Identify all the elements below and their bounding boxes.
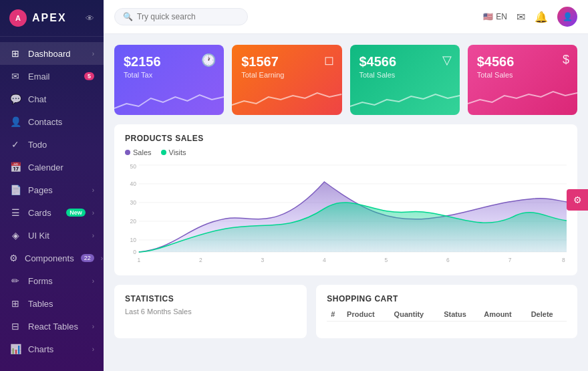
dollar-icon: $	[563, 53, 569, 67]
forms-arrow: ›	[92, 277, 94, 285]
cart-table-header: # Product Quantity Status Amount Delete	[327, 307, 567, 322]
stats-cards: $2156 Total Tax 🕐 $1567 Total Earning ◻ …	[114, 45, 577, 115]
header-right: 🇺🇸 EN ✉ 🔔 👤	[483, 7, 577, 27]
products-sales-chart: PRODUCTS SALES Sales Visits ⚙	[114, 124, 577, 275]
col-status: Status	[440, 307, 480, 322]
pages-icon: 📄	[9, 184, 21, 195]
sidebar-item-dashboard[interactable]: ⊞Dashboard›	[0, 42, 104, 65]
sidebar-item-forms[interactable]: ✏Forms›	[0, 269, 104, 292]
stat-card-total-earning: $1567 Total Earning ◻	[232, 45, 341, 115]
stat-label-1: Total Tax	[124, 71, 214, 79]
sidebar-item-pages[interactable]: 📄Pages›	[0, 178, 104, 201]
react-tables-icon: ⊟	[9, 321, 21, 332]
cards-label: Cards	[28, 208, 59, 218]
cards-icon: ☰	[9, 207, 21, 218]
svg-text:7: 7	[508, 257, 512, 263]
sidebar-item-react-tables[interactable]: ⊟React Tables›	[0, 315, 104, 338]
eye-icon[interactable]: 👁	[86, 13, 94, 23]
dashboard-arrow: ›	[92, 50, 94, 57]
sidebar: A APEX 👁 ⊞Dashboard›✉Email5💬Chat👤Contact…	[0, 0, 104, 371]
react-tables-label: React Tables	[28, 322, 86, 332]
search-box[interactable]: 🔍	[114, 8, 248, 25]
logo-icon: A	[9, 9, 27, 27]
calendar-label: Calender	[28, 162, 94, 172]
uikit-icon: ◈	[9, 230, 21, 241]
lang-selector[interactable]: 🇺🇸 EN	[483, 12, 507, 21]
col-product: Product	[343, 307, 390, 322]
stat-label-3: Total Sales	[359, 71, 450, 79]
statistics-subtitle: Last 6 Months Sales	[125, 307, 296, 316]
forms-label: Forms	[28, 276, 86, 286]
sidebar-item-calendar[interactable]: 📅Calender	[0, 156, 104, 178]
stat-amount-3: $4566	[359, 54, 450, 70]
svg-text:20: 20	[130, 218, 137, 225]
col-hash: #	[327, 307, 343, 322]
flag-icon: 🇺🇸	[483, 12, 493, 21]
svg-text:50: 50	[130, 163, 137, 170]
svg-text:4: 4	[323, 257, 326, 263]
bottom-row: STATISTICS Last 6 Months Sales SHOPPING …	[114, 285, 577, 338]
content-area: $2156 Total Tax 🕐 $1567 Total Earning ◻ …	[104, 34, 588, 371]
logo-text: APEX	[32, 12, 67, 24]
dashboard-label: Dashboard	[28, 49, 86, 59]
svg-text:5: 5	[385, 257, 388, 263]
uikit-label: UI Kit	[28, 231, 86, 241]
svg-text:0: 0	[133, 249, 136, 255]
shopping-cart-section: SHOPPING CART # Product Quantity Status …	[316, 285, 577, 338]
chat-icon: 💬	[9, 94, 21, 104]
sidebar-item-charts[interactable]: 📊Charts›	[0, 338, 104, 360]
statistics-section: STATISTICS Last 6 Months Sales	[114, 285, 307, 338]
svg-text:2: 2	[199, 257, 202, 263]
legend-visits: Visits	[161, 148, 186, 156]
chart-title: PRODUCTS SALES	[125, 134, 567, 143]
sidebar-item-todo[interactable]: ✓Todo	[0, 133, 104, 156]
stat-label-4: Total Sales	[477, 71, 568, 79]
sidebar-item-uikit[interactable]: ◈UI Kit›	[0, 224, 104, 247]
sales-dot	[125, 150, 130, 155]
tables-label: Tables	[28, 299, 94, 309]
visits-label: Visits	[169, 148, 186, 156]
svg-text:40: 40	[130, 180, 137, 187]
email-label: Email	[28, 72, 78, 82]
cart-table: # Product Quantity Status Amount Delete	[327, 307, 567, 322]
dashboard-icon: ⊞	[9, 48, 21, 59]
svg-text:10: 10	[130, 237, 137, 243]
search-icon: 🔍	[123, 12, 133, 21]
components-label: Components	[25, 253, 74, 263]
svg-text:30: 30	[130, 199, 137, 206]
chat-label: Chat	[28, 94, 94, 104]
chart-legend: Sales Visits	[125, 148, 567, 156]
search-input[interactable]	[137, 12, 237, 21]
legend-sales: Sales	[125, 148, 152, 156]
sidebar-item-components[interactable]: ⚙Components22›	[0, 247, 104, 269]
sidebar-item-cards[interactable]: ☰CardsNew›	[0, 201, 104, 224]
contacts-icon: 👤	[9, 116, 21, 127]
cards-arrow: ›	[92, 209, 94, 217]
tables-icon: ⊞	[9, 298, 21, 309]
email-icon: ✉	[9, 71, 21, 82]
visits-dot	[161, 150, 166, 155]
clock-icon: 🕐	[201, 53, 216, 68]
components-arrow: ›	[101, 255, 103, 262]
settings-button[interactable]: ⚙	[567, 189, 588, 211]
components-badge: 22	[81, 254, 94, 262]
stat-amount-2: $1567	[241, 54, 332, 70]
chart-area: 0 10 20 30 40 50 1 2 3 4 5 6 7 8	[125, 162, 567, 269]
svg-text:6: 6	[446, 257, 450, 263]
lang-label: EN	[496, 12, 507, 21]
mail-icon[interactable]: ✉	[517, 11, 525, 23]
cards-badge: New	[66, 209, 86, 217]
sidebar-item-tables[interactable]: ⊞Tables	[0, 292, 104, 315]
sidebar-item-contacts[interactable]: 👤Contacts	[0, 110, 104, 133]
forms-icon: ✏	[9, 275, 21, 286]
svg-text:8: 8	[562, 257, 565, 263]
sidebar-item-chat[interactable]: 💬Chat	[0, 88, 104, 110]
stat-card-total-sales-2: $4566 Total Sales $	[468, 45, 577, 115]
pages-arrow: ›	[92, 187, 94, 194]
charts-arrow: ›	[92, 346, 94, 353]
col-amount: Amount	[480, 307, 527, 322]
bell-icon[interactable]: 🔔	[535, 11, 548, 23]
sidebar-item-email[interactable]: ✉Email5	[0, 65, 104, 88]
sales-label: Sales	[133, 148, 152, 156]
user-avatar[interactable]: 👤	[557, 7, 577, 27]
